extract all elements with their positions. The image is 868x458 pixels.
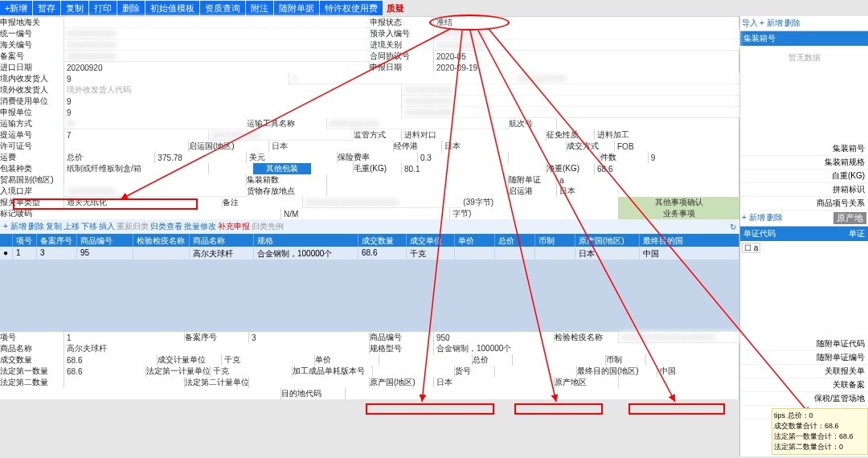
add-button[interactable]: +新增 — [0, 1, 32, 15]
jwsfhr-value[interactable]: 境外收发货人代码 — [64, 84, 402, 96]
xssydw-value[interactable]: 9 — [64, 96, 402, 107]
b-cjjl-v[interactable]: 千克 — [222, 354, 315, 366]
babh-value[interactable]: 88888888888 — [64, 51, 370, 62]
bz-value[interactable]: 888888888888888888888 — [303, 197, 461, 208]
copy-button[interactable]: 复制 — [61, 1, 88, 15]
sub-sort[interactable]: 归类先例 — [252, 221, 284, 232]
sub-reclass[interactable]: 重新归类 — [117, 221, 149, 232]
sub-addon[interactable]: 补充申报 — [218, 221, 250, 232]
gh-curr[interactable]: 币制 — [535, 234, 575, 247]
sl1-3[interactable]: 拼箱标识 — [740, 183, 868, 197]
ysfs-value[interactable]: 輸 — [64, 118, 247, 129]
sl2-3[interactable]: 关联备案 — [740, 378, 868, 392]
jzxs-value[interactable] — [327, 174, 510, 186]
bzzl-value[interactable]: 纸制或纤维板制盒/箱 — [64, 163, 209, 174]
b-cjsl-v[interactable]: 68.6 — [64, 354, 158, 366]
gh-dest[interactable]: 最终目的国 — [640, 234, 739, 247]
qyg-value[interactable]: 日本 — [269, 141, 394, 152]
fee-button[interactable]: 特许权使用费 — [320, 1, 383, 15]
side-add[interactable]: + 新增 — [760, 18, 783, 29]
sl2-4[interactable]: 保税/监管场地 — [740, 392, 868, 406]
js-value[interactable]: 9 — [649, 152, 739, 163]
qyga-value[interactable]: 日本 — [557, 186, 739, 197]
sl1-1[interactable]: 集装箱规格 — [740, 156, 868, 170]
b-jgcp-v[interactable] — [373, 366, 455, 377]
gh-goodsno[interactable]: 商品编号 — [77, 234, 133, 247]
yf-currency[interactable]: 美元 — [247, 152, 338, 163]
save-button[interactable]: 暂存 — [33, 1, 60, 15]
b-ggxh-v[interactable]: 合金钢制，100000个 — [434, 343, 739, 354]
bzmm-value[interactable]: N/M — [281, 208, 450, 219]
gh-origin[interactable]: 原产国(地区) — [575, 234, 640, 247]
jkrq-value[interactable]: 20200920 — [64, 62, 370, 73]
side-mid-del[interactable]: 删除 — [767, 212, 783, 224]
side-mid-add[interactable]: + 新增 — [742, 212, 765, 224]
b-fd1u-v[interactable]: 千克 — [211, 366, 293, 377]
gh-spec[interactable]: 规格 — [254, 234, 358, 247]
b-jyjy-v[interactable]: 888888888888888888888 — [619, 332, 739, 343]
b-fd1-v[interactable]: 68.6 — [64, 366, 146, 377]
other-pack-button[interactable]: 其他包装 — [253, 163, 311, 174]
sbhg-value[interactable] — [64, 17, 370, 28]
sub-add[interactable]: + 新增 — [3, 221, 27, 232]
gr-sel[interactable]: ● — [0, 247, 13, 260]
sub-batchmod[interactable]: 批量修改 — [184, 221, 216, 232]
b-zj-v[interactable] — [513, 354, 606, 366]
inittpl-button[interactable]: 初始值模板 — [145, 1, 199, 15]
other-confirm-button[interactable]: 其他事项确认 — [619, 197, 739, 208]
side-tab-origin[interactable]: 原产地 — [833, 212, 866, 224]
jjlb-value[interactable]: 88888888888 — [434, 39, 739, 51]
cjfs-value[interactable]: FOB — [615, 141, 739, 152]
jnsfhr-4[interactable]: 4 — [289, 73, 514, 84]
b-hh-v[interactable] — [495, 366, 577, 377]
hch-value[interactable] — [557, 118, 739, 129]
mygb-value[interactable] — [64, 174, 247, 186]
b-zzm-v[interactable]: 中国 — [657, 366, 739, 377]
b-xh-v[interactable]: 1 — [64, 332, 185, 343]
bgdlx-value[interactable]: 通关无纸化 — [64, 197, 223, 208]
b-spmc-v[interactable]: 高尔夫球杆 — [64, 343, 370, 354]
sl2-1[interactable]: 随附单证编号 — [740, 351, 868, 365]
bxf-ext[interactable] — [509, 152, 600, 163]
b-dj-v[interactable] — [379, 354, 473, 366]
side-import[interactable]: 导入 — [742, 18, 758, 29]
xssydw-ext[interactable]: 88888888888 — [402, 96, 739, 107]
bxf-value[interactable]: 0.3 — [418, 152, 509, 163]
sl1-4[interactable]: 商品项号关系 — [740, 197, 868, 211]
b-fd2-v[interactable] — [64, 377, 185, 388]
b-spbh-v[interactable]: 950 — [434, 332, 555, 343]
b-fd2u-v[interactable] — [249, 377, 370, 388]
sub-classchk[interactable]: 归类查看 — [150, 221, 182, 232]
gh-total[interactable]: 总价 — [495, 234, 535, 247]
refcheck-button[interactable]: 资质查询 — [200, 1, 245, 15]
tybh-value[interactable]: 88888888888 — [64, 28, 370, 39]
tydhb-ext[interactable]: 88888888888 — [209, 129, 354, 141]
sub-del[interactable]: 删除 — [28, 221, 44, 232]
jz-value[interactable]: 68.6 — [595, 163, 739, 174]
gh-ciq[interactable]: 检验检疫名称 — [133, 234, 190, 247]
sbdw-ext[interactable]: 88888888888 — [402, 107, 739, 118]
jwsfhr-ext[interactable]: 88888888888 — [402, 84, 739, 96]
delete-button[interactable]: 删除 — [117, 1, 145, 15]
gh-unit[interactable]: 成交单位 — [407, 234, 455, 247]
zmxz-value[interactable]: 进料加工 — [595, 129, 739, 141]
sl2-2[interactable]: 关联报关单 — [740, 365, 868, 378]
sl1-2[interactable]: 自重(KG) — [740, 170, 868, 183]
b-ycd-v[interactable] — [619, 377, 739, 388]
jnsfhr-value[interactable]: 9 — [64, 73, 289, 84]
sub-copy[interactable]: 复制 — [46, 221, 62, 232]
jgfs-value[interactable]: 进料对口 — [402, 129, 547, 141]
b-bzh-v[interactable] — [646, 354, 739, 366]
rjka-value[interactable]: 88888888888 — [64, 186, 247, 197]
sub-up[interactable]: 上移 — [63, 221, 80, 232]
jnsfhr-ext[interactable]: 88888888888 — [514, 73, 739, 84]
gh-no[interactable]: 项号 — [13, 234, 37, 247]
cert-chk[interactable]: ☐ a — [742, 243, 760, 253]
b-ycg-v[interactable]: 日本 — [434, 377, 555, 388]
grid-row-1[interactable]: ● 1 3 95 高尔夫球杆 合金钢制，100000个 68.6 千克 日本 中… — [0, 247, 739, 260]
attach-button[interactable]: 随附单据 — [274, 1, 319, 15]
sl1-0[interactable]: 集装箱号 — [740, 142, 868, 156]
print-button[interactable]: 打印 — [89, 1, 117, 15]
ysgjmc-value[interactable]: 88888888888 — [327, 118, 510, 129]
gh-recno[interactable]: 备案序号 — [37, 234, 77, 247]
